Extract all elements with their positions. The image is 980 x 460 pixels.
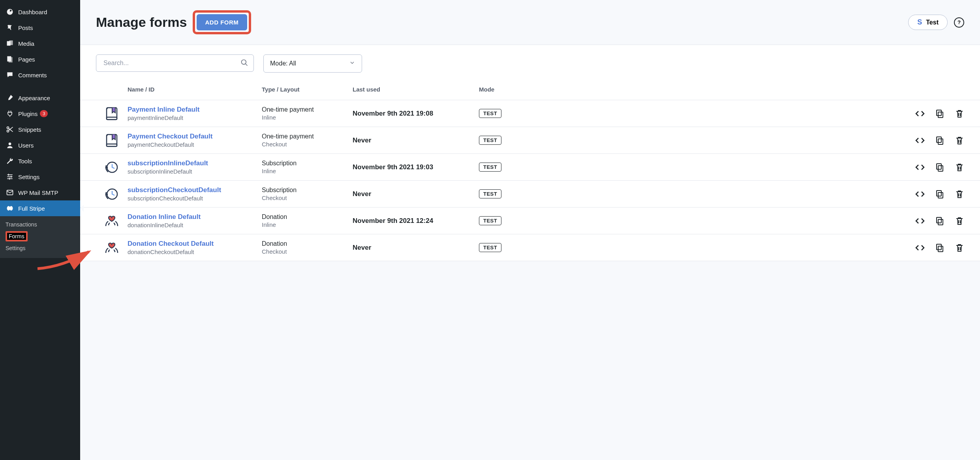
main-content: Manage forms ADD FORM S Test ? Mod — [80, 0, 980, 460]
search-input[interactable] — [96, 54, 254, 72]
stripe-s-icon: S — [917, 18, 922, 26]
sidebar-item-media[interactable]: Media — [0, 36, 80, 51]
duplicate-action[interactable] — [935, 216, 944, 226]
delete-action[interactable] — [955, 163, 964, 172]
row-type-icon — [96, 133, 128, 148]
sidebar-submenu: TransactionsFormsSettings — [0, 216, 80, 258]
form-type: One-time payment — [262, 106, 353, 113]
stripe-icon — [6, 204, 14, 213]
delete-action[interactable] — [955, 136, 964, 145]
th-lastused: Last used — [353, 77, 479, 100]
sidebar-item-appearance[interactable]: Appearance — [0, 90, 80, 106]
add-form-button[interactable]: ADD FORM — [197, 14, 248, 30]
duplicate-action[interactable] — [935, 243, 944, 252]
row-type-icon — [96, 106, 128, 121]
form-lastused: November 9th 2021 19:03 — [353, 163, 479, 171]
mode-badge: TEST — [479, 189, 501, 198]
page-title: Manage forms — [96, 15, 187, 30]
form-id: paymentCheckoutDefault — [128, 141, 262, 148]
sidebar-item-label: Settings — [18, 174, 39, 180]
svg-point-0 — [242, 60, 246, 65]
sidebar-item-full-stripe[interactable]: Full Stripe — [0, 200, 80, 216]
sidebar-item-label: Appearance — [18, 95, 50, 101]
form-id: subscriptionCheckoutDefault — [128, 195, 262, 202]
sidebar-subitem-label: Settings — [6, 245, 26, 251]
sidebar-item-wp-mail-smtp[interactable]: WP Mail SMTP — [0, 185, 80, 200]
embed-action[interactable] — [915, 109, 925, 118]
form-type: Subscription — [262, 187, 353, 194]
sidebar-subitem-settings[interactable]: Settings — [0, 242, 80, 254]
form-name-link[interactable]: Payment Checkout Default — [128, 133, 212, 140]
table-row: Donation Checkout DefaultdonationCheckou… — [80, 234, 980, 261]
sidebar-item-label: Posts — [18, 24, 33, 31]
mode-badge: TEST — [479, 216, 501, 225]
dashboard-icon — [6, 7, 14, 16]
pin-icon — [6, 23, 14, 32]
sidebar-item-pages[interactable]: Pages — [0, 51, 80, 67]
mode-select[interactable]: Mode: All — [263, 54, 362, 73]
delete-action[interactable] — [955, 189, 964, 199]
sidebar-item-settings[interactable]: Settings — [0, 169, 80, 185]
table-row: Payment Checkout DefaultpaymentCheckoutD… — [80, 127, 980, 154]
embed-action[interactable] — [915, 243, 925, 252]
form-name-link[interactable]: subscriptionCheckoutDefault — [128, 186, 221, 194]
scissors-icon — [6, 125, 14, 134]
form-layout: Checkout — [262, 194, 353, 201]
sidebar-item-label: Full Stripe — [18, 205, 45, 212]
th-name: Name / ID — [128, 77, 262, 100]
table-row: Payment Inline DefaultpaymentInlineDefau… — [80, 100, 980, 127]
sidebar-item-snippets[interactable]: Snippets — [0, 122, 80, 137]
duplicate-action[interactable] — [935, 109, 944, 118]
th-mode: Mode — [479, 77, 558, 100]
form-type: Donation — [262, 213, 353, 221]
sidebar-item-posts[interactable]: Posts — [0, 20, 80, 36]
duplicate-action[interactable] — [935, 163, 944, 172]
duplicate-action[interactable] — [935, 136, 944, 145]
row-type-icon — [96, 187, 128, 202]
sidebar-subitem-forms[interactable]: Forms — [0, 230, 80, 242]
form-name-link[interactable]: Donation Inline Default — [128, 213, 201, 221]
plug-icon — [6, 109, 14, 118]
sidebar-item-plugins[interactable]: Plugins3 — [0, 106, 80, 122]
sidebar-item-label: Comments — [18, 72, 47, 79]
admin-sidebar: DashboardPostsMediaPagesCommentsAppearan… — [0, 0, 80, 460]
duplicate-action[interactable] — [935, 189, 944, 199]
controls-bar: Mode: All — [80, 45, 980, 77]
embed-action[interactable] — [915, 216, 925, 226]
sidebar-subitem-transactions[interactable]: Transactions — [0, 219, 80, 230]
forms-table: Name / ID Type / Layout Last used Mode P… — [80, 77, 980, 261]
comment-icon — [6, 71, 14, 79]
sidebar-item-comments[interactable]: Comments — [0, 67, 80, 83]
row-type-icon — [96, 240, 128, 255]
table-row: subscriptionInlineDefaultsubscriptionInl… — [80, 154, 980, 181]
embed-action[interactable] — [915, 136, 925, 145]
form-layout: Checkout — [262, 248, 353, 255]
sidebar-badge: 3 — [40, 110, 48, 117]
form-lastused: Never — [353, 137, 479, 144]
help-button[interactable]: ? — [954, 17, 964, 28]
mode-test-pill[interactable]: S Test — [908, 15, 948, 30]
form-lastused: Never — [353, 190, 479, 198]
delete-action[interactable] — [955, 109, 964, 118]
form-layout: Inline — [262, 114, 353, 121]
embed-action[interactable] — [915, 189, 925, 199]
delete-action[interactable] — [955, 216, 964, 226]
form-name-link[interactable]: Payment Inline Default — [128, 106, 199, 113]
svg-line-1 — [246, 64, 248, 66]
delete-action[interactable] — [955, 243, 964, 252]
sidebar-item-label: Tools — [18, 158, 32, 165]
brush-icon — [6, 93, 14, 102]
form-name-link[interactable]: Donation Checkout Default — [128, 240, 214, 247]
mode-badge: TEST — [479, 136, 501, 145]
table-row: subscriptionCheckoutDefaultsubscriptionC… — [80, 181, 980, 208]
form-name-link[interactable]: subscriptionInlineDefault — [128, 159, 208, 167]
form-type: Subscription — [262, 160, 353, 167]
sidebar-item-dashboard[interactable]: Dashboard — [0, 4, 80, 20]
sidebar-item-tools[interactable]: Tools — [0, 153, 80, 169]
sidebar-item-users[interactable]: Users — [0, 137, 80, 153]
form-layout: Checkout — [262, 141, 353, 148]
mode-badge: TEST — [479, 109, 501, 118]
sidebar-item-label: Snippets — [18, 126, 41, 133]
embed-action[interactable] — [915, 163, 925, 172]
th-type: Type / Layout — [262, 77, 353, 100]
